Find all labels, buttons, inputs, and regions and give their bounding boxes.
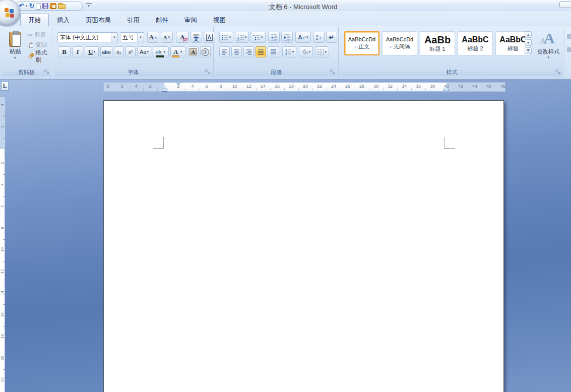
change-styles-button[interactable]: AA 更改样式 ▾ xyxy=(535,30,561,70)
shading-dropdown-icon[interactable]: ▾ xyxy=(309,50,311,53)
hnum: 20 xyxy=(302,84,309,89)
underline-dropdown-icon[interactable]: ▾ xyxy=(93,50,95,53)
font-size-combo[interactable]: 五号 ▾ xyxy=(120,32,144,42)
shrink-font-button[interactable]: A▼ xyxy=(161,32,173,43)
align-right-button[interactable] xyxy=(243,46,254,57)
vnum: 8 xyxy=(0,225,5,231)
enclose-characters-button[interactable]: 字 xyxy=(200,46,211,57)
multilevel-list-button[interactable]: ▾ xyxy=(250,32,266,43)
text-highlight-button[interactable]: ab ▾ xyxy=(153,46,169,57)
htick xyxy=(143,89,144,90)
distribute-button[interactable] xyxy=(268,46,279,57)
decrease-indent-button[interactable] xyxy=(268,32,280,43)
align-left-button[interactable] xyxy=(219,46,230,57)
show-hide-marks-button[interactable]: ↵ xyxy=(326,32,337,43)
line-spacing-dropdown-icon[interactable]: ▾ xyxy=(292,50,294,53)
clipboard-dialog-launcher-icon[interactable] xyxy=(44,69,50,75)
sort-arrow-icon: ↓ xyxy=(319,35,322,40)
character-border-button[interactable]: A xyxy=(204,32,215,43)
style-item-no-spacing[interactable]: AaBbCcDd ↵无间隔 xyxy=(382,31,417,55)
minimize-button[interactable] xyxy=(559,2,571,8)
styles-more-icon[interactable]: ▼ xyxy=(525,47,532,54)
justify-button[interactable] xyxy=(256,46,266,57)
font-size-dropdown-icon[interactable]: ▾ xyxy=(137,33,144,42)
redo-icon[interactable]: ↻ xyxy=(29,3,34,10)
htick xyxy=(454,89,454,90)
vertical-ruler[interactable]: 42246810121416182022 xyxy=(0,97,5,392)
style-item-heading1[interactable]: AaBb 标题 1 xyxy=(420,31,455,55)
character-shading-button[interactable]: A xyxy=(188,46,199,57)
cut-button[interactable]: ✂ 剪切 xyxy=(28,30,46,40)
phonetic-guide-button[interactable]: wén文 xyxy=(191,32,202,43)
numbering-dropdown-icon[interactable]: ▾ xyxy=(245,36,247,39)
styles-scroll-up-icon[interactable]: ▲ xyxy=(525,31,532,38)
tab-home[interactable]: 开始 xyxy=(20,14,49,26)
paste-dropdown-icon[interactable]: ▾ xyxy=(14,56,16,59)
shading-button[interactable]: ▾ xyxy=(299,46,313,57)
tab-review[interactable]: 审阅 xyxy=(176,14,205,26)
htick xyxy=(298,89,299,90)
style-label: ↵正文 xyxy=(354,43,370,51)
highlight-dropdown-icon[interactable]: ▾ xyxy=(164,50,166,53)
horizontal-ruler[interactable]: 8642246810121416182022242628303234363840… xyxy=(103,82,505,92)
asian-layout-button[interactable]: A ⇄ ▾ xyxy=(295,32,311,43)
tab-insert[interactable]: 插入 xyxy=(49,14,78,26)
change-case-dropdown-icon[interactable]: ▾ xyxy=(147,50,149,53)
styles-dialog-launcher-icon[interactable] xyxy=(555,69,561,75)
borders-dropdown-icon[interactable]: ▾ xyxy=(325,50,327,53)
vnum: 20 xyxy=(0,355,5,361)
borders-button[interactable]: ▾ xyxy=(315,46,329,57)
htick xyxy=(214,89,214,90)
numbering-button[interactable]: 123 ▾ xyxy=(235,32,249,43)
change-case-button[interactable]: Aa ▾ xyxy=(137,46,151,57)
change-styles-dropdown-icon[interactable]: ▾ xyxy=(547,56,549,59)
undo-dropdown-icon[interactable]: ▾ xyxy=(26,4,28,8)
vtick xyxy=(3,196,5,197)
bold-button[interactable]: B xyxy=(58,46,71,57)
hnum: 22 xyxy=(316,84,323,89)
multilevel-dropdown-icon[interactable]: ▾ xyxy=(261,36,263,39)
document-page[interactable] xyxy=(103,100,504,392)
subscript-button[interactable]: x₂ xyxy=(114,46,124,57)
paragraph-dialog-launcher-icon[interactable] xyxy=(330,69,336,75)
font-color-dropdown-icon[interactable]: ▾ xyxy=(180,50,182,53)
font-color-button[interactable]: A ▾ xyxy=(170,46,185,57)
paste-button[interactable]: 粘贴 ▾ xyxy=(4,29,26,68)
tab-mailings[interactable]: 邮件 xyxy=(148,14,176,26)
styles-scroll-down-icon[interactable]: ▼ xyxy=(525,39,532,46)
sort-button[interactable]: AZ ↓ xyxy=(313,32,325,43)
highlight-icon: ab xyxy=(156,50,161,54)
style-item-normal[interactable]: AaBbCcDd ↵正文 xyxy=(344,31,379,55)
font-dialog-launcher-icon[interactable] xyxy=(205,69,211,75)
superscript-button[interactable]: x² xyxy=(125,46,136,57)
asian-layout-dropdown-icon[interactable]: ▾ xyxy=(306,36,308,39)
line-spacing-button[interactable]: ▾ xyxy=(282,46,296,57)
underline-button[interactable]: U ▾ xyxy=(85,46,99,57)
document-area: L 86422468101214161820222426283032343638… xyxy=(0,80,571,392)
increase-indent-button[interactable] xyxy=(281,32,293,43)
font-name-combo[interactable]: 宋体 (中文正文) ▾ xyxy=(57,32,118,42)
left-indent-marker[interactable] xyxy=(162,89,167,92)
format-painter-button[interactable]: 格式刷 xyxy=(28,51,52,61)
style-preview: AaBbC xyxy=(462,35,488,45)
bullets-dropdown-icon[interactable]: ▾ xyxy=(229,36,231,39)
align-center-button[interactable] xyxy=(231,46,242,57)
tab-view[interactable]: 视图 xyxy=(205,14,234,26)
font-name-dropdown-icon[interactable]: ▾ xyxy=(111,33,117,42)
tab-stop-selector[interactable]: L xyxy=(1,81,9,91)
strikethrough-button[interactable]: abe xyxy=(100,46,112,57)
clear-formatting-button[interactable]: A xyxy=(176,32,189,43)
vnum: 14 xyxy=(0,290,5,296)
vnum: 6 xyxy=(0,204,5,210)
style-item-heading2[interactable]: AaBbC 标题 2 xyxy=(458,31,493,55)
tab-references[interactable]: 引用 xyxy=(119,14,148,26)
italic-button[interactable]: I xyxy=(72,46,83,57)
hnum: 30 xyxy=(372,84,379,89)
hnum: 4 xyxy=(189,84,196,89)
hnum: 16 xyxy=(274,84,281,89)
bullets-button[interactable]: ▾ xyxy=(219,32,233,43)
hnum: 48 xyxy=(499,84,506,89)
tab-page-layout[interactable]: 页面布局 xyxy=(78,14,119,26)
hnum: 46 xyxy=(485,84,492,89)
grow-font-button[interactable]: A▲ xyxy=(147,32,159,43)
